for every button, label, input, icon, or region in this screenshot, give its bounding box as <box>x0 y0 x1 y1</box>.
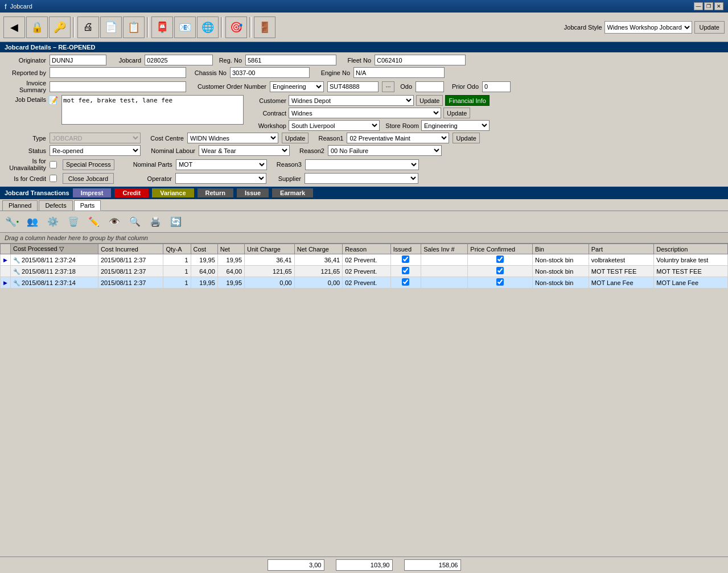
customer-order-input[interactable] <box>327 81 379 92</box>
trans-icon-btn-5[interactable]: ✏️ <box>84 213 104 231</box>
col-cost-incurred[interactable]: Cost Incurred <box>98 244 163 254</box>
cost-centre-update-btn[interactable]: Update <box>282 133 309 143</box>
financial-info-btn[interactable]: Financial Info <box>445 95 489 106</box>
toolbar-btn-copy[interactable]: 📋 <box>123 17 145 38</box>
trans-icon-btn-6[interactable]: 👁️ <box>105 213 124 231</box>
col-unit-charge[interactable]: Unit Charge <box>245 244 295 254</box>
badge-earmark[interactable]: Earmark <box>272 188 313 197</box>
row-cost-incurred-1: 2015/08/11 2:37 <box>98 266 163 277</box>
toolbar-btn-email[interactable]: 📧 <box>174 17 196 38</box>
reason3-select[interactable] <box>305 159 419 170</box>
jobcard-details-header: Jobcard Details – RE-OPENED <box>0 42 728 52</box>
drag-column-info: Drag a column header here to group by th… <box>0 233 728 244</box>
operator-select[interactable] <box>175 173 266 184</box>
row-cost-0: 19,95 <box>191 254 217 266</box>
status-select[interactable]: Re-opened <box>50 145 141 156</box>
separator-4 <box>249 17 252 38</box>
tab-defects[interactable]: Defects <box>39 200 72 211</box>
reason2-select[interactable]: 00 No Failure <box>328 145 442 156</box>
toolbar-btn-1[interactable]: ◀ <box>3 17 25 38</box>
customer-order-dots-btn[interactable]: ··· <box>382 81 394 92</box>
supplier-select[interactable] <box>305 173 418 184</box>
customer-update-btn[interactable]: Update <box>416 95 443 106</box>
badge-credit[interactable]: Credit <box>114 188 149 197</box>
reason1-select[interactable]: 02 Preventative Maint <box>347 133 449 143</box>
toolbar-btn-mail[interactable]: 📮 <box>151 17 173 38</box>
trans-icon-btn-8[interactable]: 🖨️ <box>146 213 165 231</box>
row-cost-2: 19,95 <box>191 277 217 288</box>
col-price-confirmed[interactable]: Price Confirmed <box>468 244 533 254</box>
toolbar-btn-print[interactable]: 🖨 <box>77 17 99 38</box>
col-qty-a[interactable]: Qty-A <box>163 244 191 254</box>
engine-no-input[interactable] <box>353 67 445 78</box>
table-row[interactable]: ▶ 🔧 2015/08/11 2:37:24 2015/08/11 2:37 1… <box>1 254 728 266</box>
reg-no-input[interactable] <box>245 55 336 65</box>
trans-icon-btn-7[interactable]: 🔍 <box>125 213 145 231</box>
customer-select[interactable]: Widnes Depot <box>289 95 414 106</box>
special-process-btn[interactable]: Special Process <box>63 159 114 170</box>
credit-checkbox[interactable] <box>50 175 57 182</box>
badge-return[interactable]: Return <box>198 188 233 197</box>
nominal-parts-select[interactable]: MOT <box>176 159 267 170</box>
close-button[interactable]: ✕ <box>714 2 723 10</box>
customer-order-select[interactable]: Engineering <box>270 81 324 92</box>
cost-centre-select[interactable]: WIDN Widnes <box>187 133 278 143</box>
invoice-summary-input[interactable] <box>50 81 186 92</box>
badge-issue[interactable]: Issue <box>237 188 269 197</box>
title-bar: f Jobcard — ❐ ✕ <box>0 0 728 13</box>
nominal-parts-label: Nominal Parts <box>121 161 172 168</box>
col-issued[interactable]: Issued <box>390 244 421 254</box>
tab-parts[interactable]: Parts <box>74 200 101 211</box>
col-net-charge[interactable]: Net Charge <box>294 244 342 254</box>
col-bin[interactable]: Bin <box>533 244 589 254</box>
row-net-0: 19,95 <box>217 254 244 266</box>
col-reason[interactable]: Reason <box>343 244 390 254</box>
badge-variance[interactable]: Variance <box>152 188 194 197</box>
prior-odo-input[interactable] <box>482 81 511 92</box>
toolbar-btn-lock[interactable]: 🔒 <box>26 17 48 38</box>
toolbar-btn-target[interactable]: 🎯 <box>225 17 247 38</box>
jobcard-style-select[interactable]: Widnes Workshop Jobcard <box>604 21 692 34</box>
toolbar-btn-unlock[interactable]: 🔑 <box>49 17 71 38</box>
badge-imprest[interactable]: Imprest <box>73 188 112 197</box>
unavailability-checkbox[interactable] <box>50 161 57 168</box>
contract-update-btn[interactable]: Update <box>443 108 470 118</box>
trans-icon-btn-3[interactable]: ⚙️ <box>43 213 63 231</box>
originator-input[interactable] <box>50 55 106 65</box>
contract-select[interactable]: Widnes <box>289 108 441 118</box>
row-net-charge-0: 36,41 <box>294 254 342 266</box>
col-cost-processed[interactable]: Cost Processed ▽ <box>11 244 98 254</box>
nominal-labour-select[interactable]: Wear & Tear <box>199 145 290 156</box>
trans-icon-btn-2[interactable]: 👥 <box>23 213 42 231</box>
tab-planned[interactable]: Planned <box>2 200 38 211</box>
type-select[interactable]: JOBCARD <box>50 133 141 143</box>
col-net[interactable]: Net <box>217 244 244 254</box>
job-details-icon[interactable]: 📝 <box>48 95 58 105</box>
col-cost[interactable]: Cost <box>191 244 217 254</box>
col-part[interactable]: Part <box>589 244 654 254</box>
trans-icon-btn-9[interactable]: 🔄 <box>166 213 186 231</box>
toolbar-btn-web[interactable]: 🌐 <box>197 17 219 38</box>
workshop-select[interactable]: South Liverpool <box>289 120 380 131</box>
toolbar-update-button[interactable]: Update <box>694 21 725 34</box>
job-details-textarea[interactable]: mot fee, brake test, lane fee <box>61 95 244 125</box>
toolbar-btn-exit[interactable]: 🚪 <box>254 17 275 38</box>
jobcard-input[interactable] <box>145 55 213 65</box>
reason1-update-btn[interactable]: Update <box>453 133 479 143</box>
close-jobcard-btn[interactable]: Close Jobcard <box>63 173 114 184</box>
maximize-button[interactable]: ❐ <box>704 2 713 10</box>
trans-icon-btn-1[interactable]: 🔧● <box>2 213 22 231</box>
col-description[interactable]: Description <box>654 244 728 254</box>
store-room-select[interactable]: Engineering <box>421 120 490 131</box>
row-cost-processed-0: 🔧 2015/08/11 2:37:24 <box>11 254 98 266</box>
fleet-no-input[interactable] <box>375 55 466 65</box>
reported-by-input[interactable] <box>50 67 186 78</box>
toolbar-btn-doc[interactable]: 📄 <box>100 17 122 38</box>
table-row[interactable]: ▶ 🔧 2015/08/11 2:37:14 2015/08/11 2:37 1… <box>1 277 728 288</box>
minimize-button[interactable]: — <box>694 2 703 10</box>
col-sales-inv[interactable]: Sales Inv # <box>421 244 468 254</box>
odo-input[interactable] <box>416 81 444 92</box>
table-row[interactable]: 🔧 2015/08/11 2:37:18 2015/08/11 2:37 1 6… <box>1 266 728 277</box>
trans-icon-btn-4[interactable]: 🗑️ <box>64 213 83 231</box>
chassis-no-input[interactable] <box>230 67 310 78</box>
